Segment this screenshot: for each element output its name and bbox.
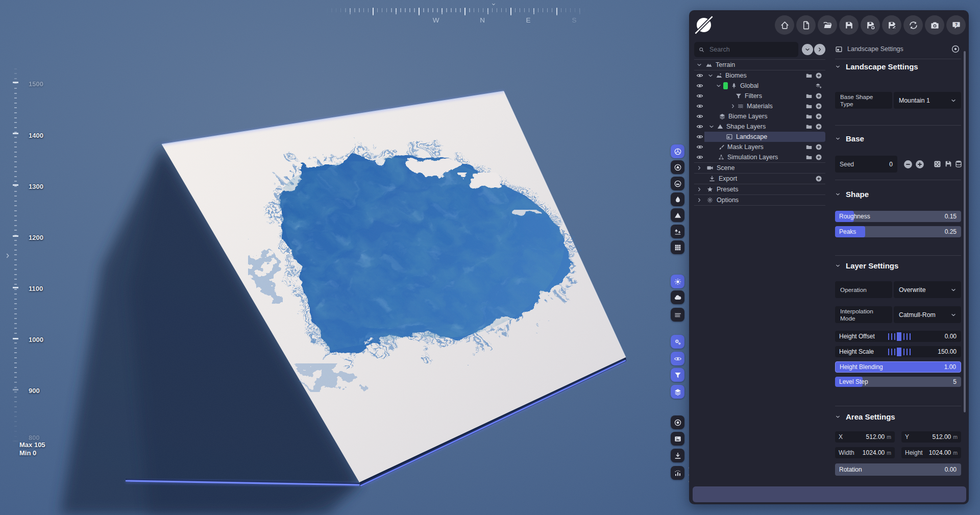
search-next-button[interactable]: [814, 44, 825, 55]
rail-layers-button[interactable]: [671, 385, 684, 399]
folder-icon[interactable]: [805, 143, 813, 151]
add-icon[interactable]: [815, 123, 822, 130]
rail-water-button[interactable]: [671, 192, 684, 206]
tree-item-landscape[interactable]: Landscape: [694, 132, 825, 142]
value-scrubber-ticks[interactable]: [888, 333, 911, 340]
rail-sun-button[interactable]: [671, 275, 684, 288]
search-box[interactable]: [694, 42, 798, 57]
seed-field[interactable]: Seed 0: [835, 156, 897, 173]
rail-mountain-button[interactable]: [671, 208, 684, 222]
add-icon[interactable]: [815, 103, 822, 110]
chevron-right-icon[interactable]: [696, 165, 702, 171]
tree-item-biome-layers[interactable]: Biome Layers: [694, 111, 825, 121]
settings-info-button[interactable]: [951, 44, 960, 54]
rail-save-image-button[interactable]: [671, 449, 684, 462]
rail-grid-button[interactable]: [671, 240, 684, 254]
rail-clouds-button[interactable]: [671, 290, 684, 304]
rail-filter-button[interactable]: [671, 368, 684, 382]
chevron-right-icon[interactable]: [696, 186, 702, 192]
height-offset-scrubber[interactable]: Height Offset 0.00: [835, 331, 961, 342]
folder-icon[interactable]: [805, 103, 813, 110]
rail-terrain-sphere-alt-button[interactable]: [671, 160, 684, 174]
area-x-field[interactable]: X 512.00 m: [835, 431, 895, 443]
add-layer-icon[interactable]: [815, 82, 822, 90]
chevron-down-icon[interactable]: [696, 62, 702, 68]
tree-item-options[interactable]: Options: [694, 195, 825, 205]
tree-item-scene[interactable]: Scene: [694, 163, 825, 173]
rail-fog-button[interactable]: [671, 308, 684, 322]
folder-icon[interactable]: [805, 123, 813, 130]
visibility-eye-icon[interactable]: [696, 113, 703, 120]
rail-auto-settings-button[interactable]: [671, 335, 684, 349]
folder-icon[interactable]: [805, 92, 813, 100]
tree-item-export[interactable]: Export: [694, 174, 825, 184]
add-icon[interactable]: [815, 175, 822, 182]
height-scale-scrubber[interactable]: Height Scale 150.00: [835, 346, 961, 357]
search-expand-button[interactable]: [802, 44, 813, 55]
operation-dropdown[interactable]: Overwrite: [894, 281, 961, 298]
rail-statistics-button[interactable]: [671, 466, 684, 480]
add-icon[interactable]: [815, 143, 822, 151]
chevron-down-icon[interactable]: [716, 83, 722, 89]
rail-snapshot-button[interactable]: [671, 432, 684, 446]
rail-terrain-ring-button[interactable]: [671, 177, 684, 190]
tree-item-mask-layers[interactable]: Mask Layers: [694, 142, 825, 152]
visibility-eye-icon[interactable]: [696, 133, 703, 140]
rail-visibility-button[interactable]: [671, 352, 684, 365]
seed-decrement-button[interactable]: [903, 159, 913, 169]
seed-history-icon[interactable]: [954, 160, 963, 168]
visibility-eye-icon[interactable]: [696, 103, 703, 110]
tree-item-biomes[interactable]: Biomes: [694, 70, 825, 81]
tree-item-global[interactable]: Global: [694, 81, 825, 91]
tree-item-presets[interactable]: Presets: [694, 184, 825, 194]
section-area-settings[interactable]: Area Settings: [835, 412, 895, 421]
slider-roughness[interactable]: Roughness 0.15: [835, 211, 961, 222]
slider-rotation[interactable]: Rotation 0.00: [835, 463, 961, 476]
base-shape-type-dropdown[interactable]: Mountain 1: [894, 92, 961, 109]
area-height-field[interactable]: Height 1024.00 m: [901, 447, 961, 458]
visibility-eye-icon[interactable]: [696, 72, 703, 79]
slider-height-blending[interactable]: Height Blending 1.00: [835, 361, 961, 373]
seed-increment-button[interactable]: [915, 159, 925, 169]
tree-item-filters[interactable]: Filters: [694, 91, 825, 101]
visibility-eye-icon[interactable]: [696, 143, 703, 151]
settings-scrollbar[interactable]: [964, 51, 966, 412]
home-button[interactable]: [775, 15, 794, 35]
add-icon[interactable]: [815, 154, 822, 161]
rail-record-button[interactable]: [671, 415, 684, 429]
chevron-down-icon[interactable]: [707, 72, 714, 79]
rail-vegetation-button[interactable]: [671, 225, 684, 238]
randomize-dice-icon[interactable]: [933, 160, 942, 168]
interpolation-dropdown[interactable]: Catmull-Rom: [894, 306, 961, 323]
chevron-right-icon[interactable]: [696, 197, 702, 203]
slider-level-step[interactable]: Level Step 5: [835, 377, 961, 387]
folder-icon[interactable]: [805, 154, 813, 161]
tree-item-materials[interactable]: Materials: [694, 101, 825, 111]
section-base[interactable]: Base: [835, 134, 864, 143]
folder-icon[interactable]: [805, 72, 813, 79]
folder-icon[interactable]: [805, 113, 813, 120]
value-scrubber-ticks[interactable]: [888, 349, 911, 355]
tree-item-terrain[interactable]: Terrain: [694, 60, 825, 70]
visibility-eye-icon[interactable]: [696, 82, 703, 89]
section-shape[interactable]: Shape: [835, 190, 869, 199]
biome-color-swatch[interactable]: [723, 82, 728, 89]
tree-item-shape-layers[interactable]: Shape Layers: [694, 121, 825, 132]
slider-peaks[interactable]: Peaks 0.25: [835, 226, 961, 237]
add-icon[interactable]: [815, 72, 822, 79]
tree-item-simulation-layers[interactable]: Simulation Layers: [694, 152, 825, 162]
app-logo[interactable]: [693, 14, 715, 36]
save-seed-icon[interactable]: [944, 160, 952, 168]
left-panel-expander[interactable]: [4, 252, 11, 259]
visibility-eye-icon[interactable]: [696, 123, 703, 130]
open-project-button[interactable]: [818, 15, 837, 35]
chevron-down-icon[interactable]: [708, 124, 715, 130]
section-layer-settings[interactable]: Layer Settings: [835, 261, 898, 270]
area-y-field[interactable]: Y 512.00 m: [901, 431, 961, 443]
section-landscape-settings[interactable]: Landscape Settings: [835, 62, 918, 71]
add-icon[interactable]: [815, 113, 822, 120]
visibility-eye-icon[interactable]: [696, 92, 703, 100]
new-file-button[interactable]: [796, 15, 816, 35]
area-width-field[interactable]: Width 1024.00 m: [835, 447, 895, 458]
visibility-eye-icon[interactable]: [696, 154, 703, 161]
